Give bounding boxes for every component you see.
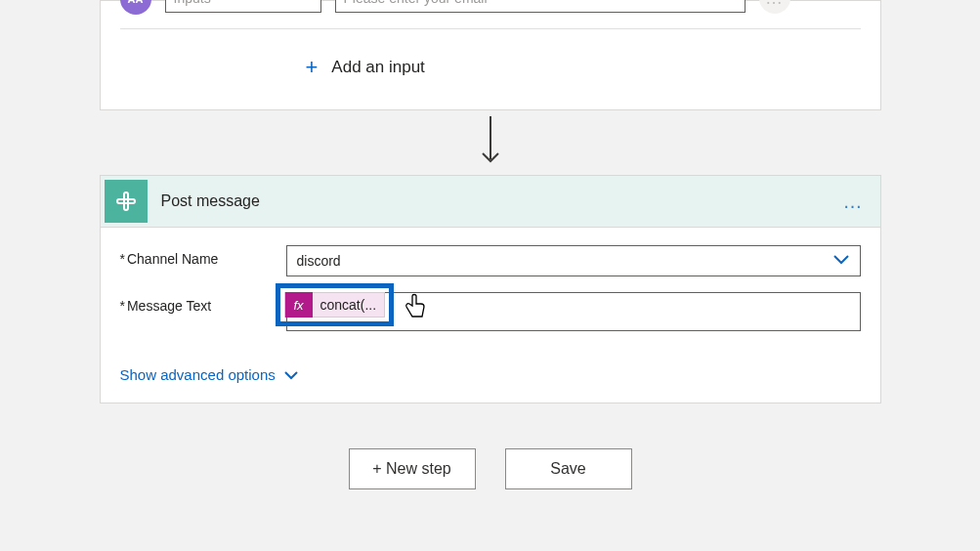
chevron-down-icon — [832, 253, 850, 269]
new-step-button[interactable]: + New step — [349, 448, 476, 489]
message-text-label: *Message Text — [120, 292, 286, 314]
plus-icon: + — [306, 55, 319, 80]
input-description-field[interactable]: Please enter your email — [335, 0, 746, 13]
action-card-header[interactable]: Post message … — [101, 176, 880, 228]
cursor-hand-icon — [404, 292, 429, 325]
channel-name-select[interactable]: discord — [286, 245, 861, 276]
fx-icon: fx — [285, 292, 313, 318]
more-icon[interactable]: … — [759, 0, 790, 14]
action-title: Post message — [161, 192, 843, 210]
svg-rect-2 — [124, 192, 128, 210]
avatar: AA — [120, 0, 151, 15]
add-input-label: Add an input — [331, 58, 424, 77]
flow-arrow — [479, 116, 502, 169]
action-form: *Channel Name discord *Message Text fx c… — [101, 228, 880, 355]
show-advanced-options[interactable]: Show advanced options — [101, 355, 880, 403]
expression-token[interactable]: fx concat(... — [284, 292, 386, 318]
channel-name-row: *Channel Name discord — [120, 245, 861, 276]
highlight-box: fx concat(... — [276, 283, 395, 326]
bottom-button-row: + New step Save — [349, 448, 632, 489]
action-more-icon[interactable]: … — [843, 191, 865, 213]
divider — [120, 28, 861, 29]
advanced-options-label: Show advanced options — [120, 366, 276, 383]
svg-rect-1 — [117, 199, 135, 203]
trigger-input-row: AA Inputs Please enter your email … — [101, 1, 880, 28]
message-text-row: *Message Text fx concat(... — [120, 292, 861, 331]
chevron-down-icon — [283, 370, 299, 380]
add-input-button[interactable]: + Add an input — [101, 35, 880, 109]
channel-name-label: *Channel Name — [120, 245, 286, 267]
action-card: Post message … *Channel Name discord *Me… — [100, 175, 881, 403]
slack-icon — [105, 180, 148, 223]
arrow-down-icon — [479, 116, 502, 169]
expression-text: concat(... — [313, 297, 385, 313]
input-name-field[interactable]: Inputs — [165, 0, 321, 13]
message-text-input[interactable]: fx concat(... — [286, 292, 861, 331]
trigger-card: AA Inputs Please enter your email … + Ad… — [100, 0, 881, 110]
channel-name-value: discord — [297, 253, 341, 269]
save-button[interactable]: Save — [505, 448, 632, 489]
